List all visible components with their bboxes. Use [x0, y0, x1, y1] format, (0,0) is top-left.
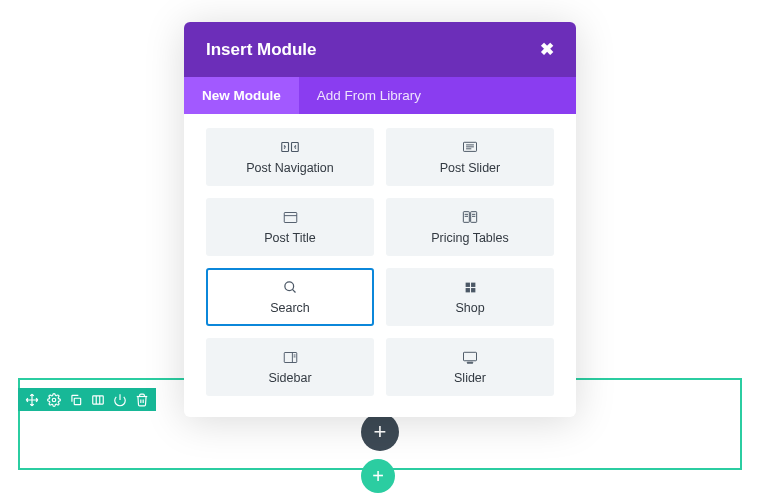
svg-rect-22: [465, 282, 469, 286]
svg-rect-1: [74, 398, 80, 404]
svg-point-31: [467, 361, 469, 363]
module-pricing-tables[interactable]: Pricing Tables: [386, 198, 554, 256]
svg-rect-15: [471, 212, 477, 223]
toolbar-trash-icon[interactable]: [131, 388, 153, 411]
add-section-button[interactable]: +: [361, 459, 395, 493]
svg-line-21: [292, 289, 295, 292]
module-post-navigation[interactable]: Post Navigation: [206, 128, 374, 186]
svg-rect-24: [465, 288, 469, 292]
sidebar-icon: [283, 349, 298, 365]
plus-icon: +: [372, 465, 384, 488]
svg-rect-26: [284, 352, 297, 362]
module-post-slider[interactable]: Post Slider: [386, 128, 554, 186]
post-navigation-icon: [281, 139, 299, 155]
post-slider-icon: [462, 139, 478, 155]
tab-add-from-library[interactable]: Add From Library: [299, 77, 439, 114]
modal-tabs: New Module Add From Library: [184, 77, 576, 114]
add-row-button[interactable]: +: [361, 413, 399, 451]
svg-rect-23: [471, 282, 475, 286]
module-label: Post Slider: [440, 161, 500, 175]
svg-point-33: [471, 361, 473, 363]
svg-rect-2: [93, 395, 104, 403]
toolbar-duplicate-icon[interactable]: [65, 388, 87, 411]
search-icon: [283, 279, 298, 295]
svg-point-32: [469, 361, 471, 363]
plus-icon: +: [374, 419, 387, 445]
module-label: Shop: [455, 301, 484, 315]
svg-rect-25: [471, 288, 475, 292]
module-label: Post Title: [264, 231, 315, 245]
toolbar-columns-icon[interactable]: [87, 388, 109, 411]
module-grid: Post Navigation Post Slider Post Title P…: [184, 114, 576, 410]
module-sidebar[interactable]: Sidebar: [206, 338, 374, 396]
svg-rect-30: [464, 352, 477, 360]
insert-module-modal: Insert Module ✖ New Module Add From Libr…: [184, 22, 576, 417]
module-post-title[interactable]: Post Title: [206, 198, 374, 256]
toolbar-power-icon[interactable]: [109, 388, 131, 411]
close-icon[interactable]: ✖: [540, 39, 554, 60]
shop-icon: [464, 279, 477, 295]
modal-title: Insert Module: [206, 40, 317, 60]
pricing-tables-icon: [462, 209, 478, 225]
slider-icon: [462, 349, 478, 365]
toolbar-gear-icon[interactable]: [43, 388, 65, 411]
module-label: Slider: [454, 371, 486, 385]
module-slider[interactable]: Slider: [386, 338, 554, 396]
module-label: Sidebar: [268, 371, 311, 385]
module-label: Search: [270, 301, 310, 315]
modal-header: Insert Module ✖: [184, 22, 576, 77]
post-title-icon: [283, 209, 298, 225]
svg-rect-12: [284, 212, 297, 222]
section-toolbar: [18, 388, 156, 411]
svg-point-0: [52, 398, 56, 402]
svg-point-20: [284, 281, 293, 290]
tab-new-module[interactable]: New Module: [184, 77, 299, 114]
module-label: Post Navigation: [246, 161, 334, 175]
toolbar-move-icon[interactable]: [21, 388, 43, 411]
module-label: Pricing Tables: [431, 231, 509, 245]
module-search[interactable]: Search: [206, 268, 374, 326]
svg-rect-14: [463, 212, 469, 223]
module-shop[interactable]: Shop: [386, 268, 554, 326]
